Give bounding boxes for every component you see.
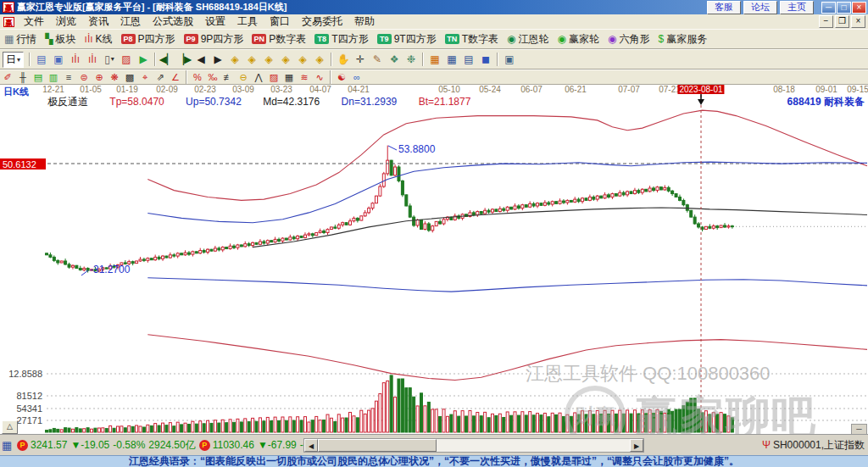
9t-square-button[interactable]: T99T四方形 [373, 31, 441, 47]
child-minimize-button[interactable]: − [819, 15, 833, 28]
9p-square-button-label: 9P四方形 [201, 32, 244, 47]
kline-button[interactable]: ıİıK线 [81, 31, 117, 47]
order-truck-button[interactable]: ▣ [501, 51, 518, 68]
chart-collapse-button[interactable]: ─ [851, 424, 867, 434]
svg-text:12.8588: 12.8588 [8, 369, 42, 379]
app-logo-icon: 赢 [3, 2, 14, 13]
gann-quote-text: 江恩经典语录：“图表能反映出一切股市或公司股民的总体心理状况”，“不要一次性买进… [129, 454, 739, 467]
notequal-tool[interactable]: ≢ [220, 71, 236, 84]
forum-button[interactable]: 论坛 [743, 1, 777, 14]
menu-formula-stockpick[interactable]: 公式选股 [147, 14, 199, 29]
hatch-tool[interactable]: ▨ [266, 71, 281, 84]
gann-grid-tool[interactable]: ╫ [15, 71, 31, 84]
period-selector[interactable]: 日▾ [3, 52, 24, 68]
angle-tool[interactable]: ∠ [168, 71, 183, 84]
save-button[interactable]: ◼ [477, 51, 494, 68]
gann-diamond-4-button[interactable]: ◈ [277, 51, 294, 68]
gann-diamond-5-button[interactable]: ◈ [294, 51, 311, 68]
draw-pen-tool[interactable]: ✐ [0, 71, 15, 84]
wheel-mini-button[interactable]: ❖ [386, 51, 403, 68]
tracked-index-label[interactable]: SH000001,上证指数 [773, 438, 865, 453]
chart-area[interactable]: 12.858881512543412717153.8800-31.270050.… [0, 85, 868, 434]
9p-square-button[interactable]: P99P四方形 [180, 31, 248, 47]
volume-pane-expand-button[interactable]: △ [2, 420, 18, 434]
maximize-button[interactable]: □ [837, 2, 851, 14]
time-bands-tool[interactable]: ▥ [46, 71, 61, 84]
candle-style-selector[interactable]: ▯▾ [101, 51, 118, 68]
level-lines-tool[interactable]: ≡ [61, 71, 76, 84]
first-bar-button[interactable]: ◀▏ [159, 51, 175, 68]
t-square-button[interactable]: T8T四方形 [310, 31, 372, 47]
shade-box-tool[interactable]: ▩ [122, 71, 137, 84]
gann-circle-tool[interactable]: ⊜ [76, 71, 92, 84]
date-tick: 12-21 [42, 85, 64, 94]
color-layers-button[interactable]: ▶ [135, 51, 152, 68]
crosshair-button[interactable]: ✛ [352, 51, 369, 68]
notes-button[interactable]: ▤ [460, 51, 477, 68]
grid-box-tool[interactable]: ▦ [281, 71, 297, 84]
horizontal-scrollbar[interactable]: ◀ ▶ [303, 438, 644, 453]
p-number-table-button[interactable]: PNP数字表 [248, 31, 310, 47]
child-close-button[interactable]: × [851, 15, 865, 28]
image-view-button[interactable]: ▤ [33, 51, 50, 68]
scrollbar-thumb[interactable] [318, 439, 437, 452]
cross-circle-tool[interactable]: ⊕ [92, 71, 107, 84]
quotes-button[interactable]: ▦行情 [0, 31, 41, 47]
gann-diamond-1-button[interactable]: ◈ [226, 51, 243, 68]
winner-service-button[interactable]: $赢家服务 [654, 31, 711, 47]
last-bar-button[interactable]: ▕▶ [175, 51, 192, 68]
calculator-button[interactable]: ▦ [443, 51, 460, 68]
menu-trade[interactable]: 交易委托 [296, 14, 348, 29]
menu-news[interactable]: 资讯 [82, 14, 114, 29]
percent-tool[interactable]: % [190, 71, 205, 84]
permille-tool[interactable]: ‰ [205, 71, 220, 84]
hexagon-button[interactable]: ◉六角形 [604, 31, 654, 47]
scroll-left-icon[interactable]: ◀ [304, 439, 318, 452]
kline-mini-1-button[interactable]: ıİı [67, 51, 84, 68]
price-bands-tool[interactable]: ▤ [31, 71, 46, 84]
flower-tool[interactable]: ❋ [107, 71, 122, 84]
minus-circle-tool[interactable]: ⊖ [236, 71, 251, 84]
gann-diamond-6-button[interactable]: ◈ [311, 51, 328, 68]
menu-tools[interactable]: 工具 [231, 14, 264, 29]
region-overlay-button[interactable]: ▨ [118, 51, 135, 68]
gann-wheel-button[interactable]: ◉江恩轮 [503, 31, 553, 47]
info-view-button[interactable]: ▣ [50, 51, 67, 68]
kline-mini-2-button[interactable]: ıİı [84, 51, 101, 68]
quote-grid-icon[interactable]: ▦ [2, 440, 14, 451]
gann-diamond-2-button[interactable]: ◈ [243, 51, 260, 68]
service-button[interactable]: 客服 [707, 1, 741, 14]
p-square-button[interactable]: P8P四方形 [117, 31, 180, 47]
sine-tool[interactable]: ∿ [312, 71, 327, 84]
yinyang-tool[interactable]: ☯ [334, 71, 349, 84]
close-button[interactable]: × [852, 2, 866, 14]
pan-hand-button[interactable]: ✋ [335, 51, 352, 68]
menu-gann[interactable]: 江恩 [114, 14, 147, 29]
t-number-table-button[interactable]: TNT数字表 [441, 31, 503, 47]
menu-browse[interactable]: 浏览 [50, 14, 82, 29]
winner-wheel-button[interactable]: ◉赢家轮 [554, 31, 604, 47]
t-square-button-icon: T8 [314, 34, 329, 44]
menu-window[interactable]: 窗口 [264, 14, 296, 29]
minimize-button[interactable]: ─ [821, 2, 836, 14]
stamp-button[interactable]: ❉ [403, 51, 420, 68]
menu-settings[interactable]: 设置 [199, 14, 231, 29]
scroll-right-icon[interactable]: ▶ [630, 439, 643, 452]
trend-arrow-tool[interactable]: ⇗ [153, 71, 168, 84]
menu-file[interactable]: 文件 [18, 14, 50, 29]
calendar-button[interactable]: ▦ [426, 51, 443, 68]
sectors-button[interactable]: ▚板块 [41, 31, 80, 47]
next-bar-button[interactable]: ▶ [209, 51, 226, 68]
infinity-tool[interactable]: ∞ [349, 71, 364, 84]
wedge-tool[interactable]: ⋀ [251, 71, 266, 84]
indicator-up-value: Up=50.7342 [186, 96, 242, 108]
child-restore-button[interactable]: ❐ [835, 15, 849, 28]
menu-help[interactable]: 帮助 [348, 14, 381, 29]
pen-button[interactable]: ✎ [369, 51, 386, 68]
homepage-button[interactable]: 主页 [780, 1, 814, 14]
sh-index-quote[interactable]: P3241.57▼-19.05-0.58%2924.50亿 [17, 438, 199, 453]
target-tool[interactable]: ⌖ [137, 71, 153, 84]
prev-bar-button[interactable]: ◀ [192, 51, 209, 68]
waves-tool[interactable]: ≋ [297, 71, 312, 84]
gann-diamond-3-button[interactable]: ◈ [260, 51, 277, 68]
